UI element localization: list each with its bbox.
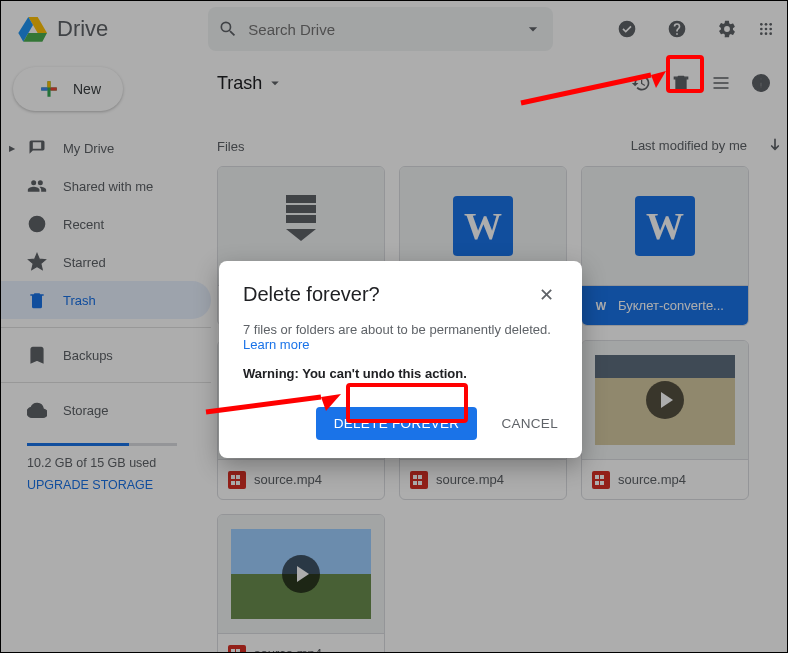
close-icon[interactable]: ✕ xyxy=(534,284,558,306)
delete-dialog: Delete forever? ✕ 7 files or folders are… xyxy=(219,261,582,458)
dialog-title: Delete forever? xyxy=(243,283,534,306)
annotation-highlight-delete xyxy=(346,383,468,423)
dialog-warning: Warning: You can't undo this action. xyxy=(243,366,558,381)
cancel-button[interactable]: CANCEL xyxy=(501,416,558,431)
annotation-highlight-trash xyxy=(666,55,704,93)
dialog-message: 7 files or folders are about to be perma… xyxy=(243,322,558,352)
learn-more-link[interactable]: Learn more xyxy=(243,337,309,352)
